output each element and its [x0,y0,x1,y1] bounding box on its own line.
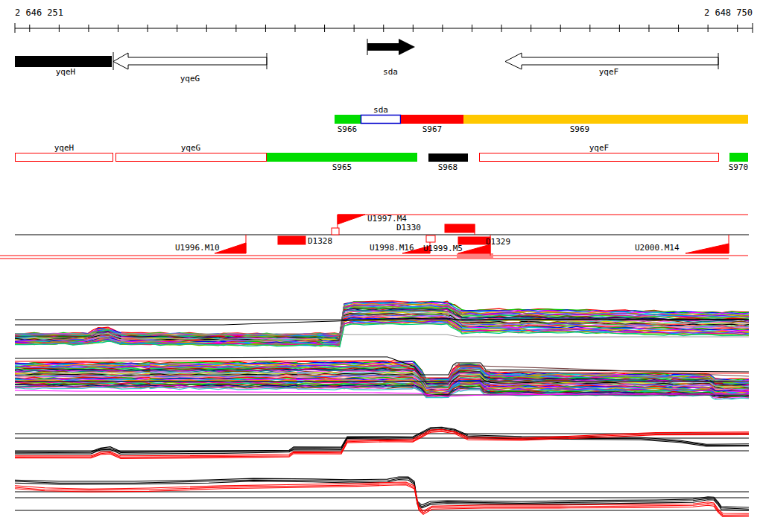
coordinate-left-label: 2 646 251 [15,7,63,18]
probe-U2000-label: U2000.M14 [635,243,680,253]
segment-S967-label: S967 [422,124,443,134]
expression-profile-plots[interactable] [15,301,749,517]
probe-U1998-label: U1998.M16 [370,243,414,253]
segment-S965-label: S965 [332,162,352,172]
probe-D1328-label: D1328 [308,236,332,246]
segment-yqeH-label: yqeH [54,143,75,153]
segment-yqeF-box[interactable] [480,153,719,162]
segment-S968[interactable] [428,153,468,162]
coordinate-right-label: 2 648 750 [704,7,753,18]
probe-U2000-ramp[interactable] [686,244,729,253]
gene-yqeH-label: yqeH [56,67,76,77]
segment-S970-label: S970 [729,162,749,172]
probe-U1999-label: U1999.M5 [423,244,463,253]
probe-U1996-label: U1996.M10 [175,243,220,253]
gene-track: yqeH yqeG sda yqeF [15,39,718,83]
probe-U1997-open-box[interactable] [332,228,339,235]
ruler [15,23,753,33]
probe-D1328-box[interactable] [278,236,305,244]
segment-sda[interactable] [361,115,401,124]
gene-yqeG-label: yqeG [180,74,200,83]
trace [15,431,749,458]
probe-D1330-box[interactable] [445,224,475,232]
segment-yqeF-label: yqeF [589,143,610,153]
segment-S967[interactable] [401,115,463,124]
genome-browser-svg: 2 646 251 2 648 750 yqeH yqeG sda yqeF s… [0,0,763,532]
segment-S969-label: S969 [570,124,590,134]
segment-yqeG-label: yqeG [181,143,201,153]
probe-D1329-label: D1329 [486,237,510,247]
probe-track: U1996.M10 D1328 U1997.M4 D1330 U1998.M16… [0,214,749,259]
segment-S965[interactable] [267,153,417,162]
probe-U1998-open-box[interactable] [426,235,435,242]
segment-S970[interactable] [729,153,748,162]
probe-U1997-ramp[interactable] [338,215,365,224]
segment-yqeG-box[interactable] [116,153,267,162]
segment-S969[interactable] [463,115,748,124]
gene-yqeH-arrow[interactable] [15,56,112,67]
segment-S966[interactable] [335,115,361,124]
segment-yqeH-box[interactable] [16,153,113,162]
segment-sda-label: sda [373,105,388,115]
probe-D1330-label: D1330 [396,223,421,232]
segment-S968-label: S968 [438,162,458,172]
gene-sda-label: sda [383,67,398,77]
genome-browser-canvas: 2 646 251 2 648 750 yqeH yqeG sda yqeF s… [0,0,763,532]
trace [15,431,749,457]
segment-track-2: yqeH yqeG S965 S968 yqeF S970 [16,143,749,172]
segment-track-1: sda S966 S967 S969 [335,105,748,134]
gene-yqeG-arrow[interactable] [113,53,267,69]
segment-S966-label: S966 [338,124,358,134]
gene-sda-arrow[interactable] [367,39,415,55]
gene-yqeF-label: yqeF [599,67,619,77]
